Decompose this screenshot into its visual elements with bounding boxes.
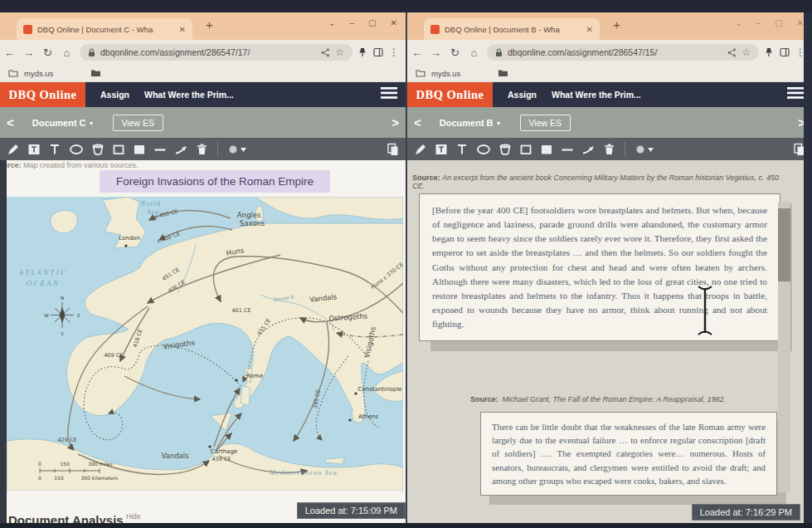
bookmark-label[interactable]: myds.us <box>24 69 53 78</box>
rectangle-tool-icon[interactable] <box>112 143 125 156</box>
trash-tool-icon[interactable] <box>196 143 208 156</box>
home-button[interactable]: ⌂ <box>57 46 76 59</box>
side-panel-icon[interactable] <box>780 47 790 57</box>
textbox-tool-icon[interactable] <box>435 143 448 156</box>
ellipse-tool-icon[interactable] <box>69 143 84 156</box>
excerpt2-text-box[interactable]: There can be little doubt that the weakn… <box>480 412 777 496</box>
window-maximize-button[interactable]: ▢ <box>368 18 376 27</box>
nav-assign[interactable]: Assign <box>100 90 129 100</box>
text-tool-icon[interactable] <box>455 143 469 156</box>
document-selector[interactable]: Document B ▼ <box>440 118 502 128</box>
bookmark-star-icon[interactable]: ☆ <box>335 46 344 58</box>
forward-button[interactable]: → <box>19 46 38 59</box>
map-scale-label: 300 kilometers <box>80 475 118 481</box>
window-minimize-button[interactable]: – <box>756 18 761 27</box>
map-label: 439 CE <box>212 456 231 462</box>
fill-bucket-tool-icon[interactable] <box>91 143 105 156</box>
filled-rectangle-tool-icon[interactable] <box>133 143 146 156</box>
trash-tool-icon[interactable] <box>603 143 615 156</box>
lock-icon <box>495 48 503 57</box>
arrow-tool-icon[interactable] <box>581 143 596 156</box>
shape-style-dropdown[interactable] <box>227 143 249 156</box>
window-maximize-button[interactable]: ▢ <box>775 18 782 27</box>
hide-link[interactable]: Hide <box>126 512 140 521</box>
reload-button[interactable]: ↻ <box>38 46 57 59</box>
back-button[interactable]: ← <box>0 46 19 59</box>
view-es-button[interactable]: View ES <box>113 115 164 131</box>
dbq-online-logo[interactable]: DBQ Online <box>0 82 85 107</box>
pencil-tool-icon[interactable] <box>7 143 20 156</box>
reload-button[interactable]: ↻ <box>445 46 464 59</box>
new-tab-button[interactable]: + <box>613 17 620 32</box>
textbox-tool-icon[interactable] <box>27 143 41 156</box>
copy-pages-icon[interactable] <box>387 143 399 156</box>
loaded-timestamp-badge: Loaded at: 7:16:29 PM <box>692 504 800 521</box>
bookmark-folder-icon[interactable] <box>8 69 18 77</box>
document-selector[interactable]: Document C ▼ <box>32 118 95 128</box>
ellipse-tool-icon[interactable] <box>476 143 491 156</box>
nav-assignment-title[interactable]: What Were the Prim... <box>552 90 641 100</box>
line-tool-icon[interactable] <box>153 143 167 156</box>
browser-tab[interactable]: DBQ Online | Document C - Wha ✕ <box>17 18 192 40</box>
arrow-tool-icon[interactable] <box>174 143 188 156</box>
bookmark-folder-filled-icon[interactable] <box>498 69 508 77</box>
prev-document-button[interactable]: < <box>407 115 428 130</box>
address-bar[interactable]: dbqonline.com/assignment/286547/15/ ☆ <box>487 44 759 61</box>
hamburger-menu-icon[interactable] <box>381 87 397 102</box>
map-scale-label: 0 <box>38 461 41 467</box>
fill-bucket-tool-icon[interactable] <box>498 143 512 156</box>
tab-close-icon[interactable]: ✕ <box>586 25 593 34</box>
map-label: ATLANTIC <box>18 268 67 276</box>
shape-style-dropdown[interactable] <box>635 143 656 156</box>
document-analysis-heading[interactable]: Document Analysis <box>8 513 124 523</box>
invasions-map[interactable]: NorthSeaATLANTICOCEANMediterranean SeaDa… <box>7 197 403 491</box>
menu-kebab-icon[interactable]: ⋮ <box>389 46 399 58</box>
new-tab-button[interactable]: + <box>206 17 213 32</box>
forward-button[interactable]: → <box>426 46 445 59</box>
content-scrollbar[interactable] <box>778 202 790 492</box>
view-es-button[interactable]: View ES <box>520 115 571 131</box>
dbq-online-logo[interactable]: DBQ Online <box>407 82 493 107</box>
pencil-tool-icon[interactable] <box>414 143 427 156</box>
annotation-toolbar <box>0 138 406 160</box>
tab-strip: DBQ Online | Document C - Wha ✕ + ⌄ – ▢ … <box>0 12 406 40</box>
scrollbar-thumb[interactable] <box>778 208 790 281</box>
bookmark-folder-filled-icon[interactable] <box>90 69 101 77</box>
bookmark-label[interactable]: myds.us <box>431 69 460 78</box>
home-button[interactable]: ⌂ <box>464 46 484 59</box>
browser-window-left: DBQ Online | Document C - Wha ✕ + ⌄ – ▢ … <box>0 12 406 523</box>
map-label: Athens <box>358 413 379 420</box>
bookmark-star-icon[interactable]: ☆ <box>741 46 751 58</box>
window-close-button[interactable]: ✕ <box>391 18 397 27</box>
side-panel-icon[interactable] <box>373 47 383 57</box>
window-close-button[interactable]: ✕ <box>797 18 804 27</box>
browser-tab[interactable]: DBQ Online | Document B - Wha ✕ <box>424 18 600 40</box>
hamburger-menu-icon[interactable] <box>787 87 804 102</box>
screen-bezel-top <box>0 0 812 12</box>
annotation-toolbar <box>407 138 812 160</box>
nav-assignment-title[interactable]: What Were the Prim... <box>144 90 234 100</box>
rectangle-tool-icon[interactable] <box>519 143 532 156</box>
map-source-line: Source: Map created from various sources… <box>0 161 139 169</box>
filled-rectangle-tool-icon[interactable] <box>540 143 553 156</box>
extension-pin-icon[interactable] <box>764 47 774 57</box>
bookmark-folder-icon[interactable] <box>416 69 425 77</box>
map-label: Mediterranean Sea <box>269 469 338 477</box>
map-city-dot <box>235 379 237 381</box>
extension-pin-icon[interactable] <box>357 47 367 57</box>
nav-assign[interactable]: Assign <box>508 90 537 100</box>
share-icon[interactable] <box>727 48 737 57</box>
address-bar[interactable]: dbqonline.com/assignment/286547/17/ ☆ <box>80 44 353 61</box>
text-tool-icon[interactable] <box>48 143 61 156</box>
tab-close-icon[interactable]: ✕ <box>179 25 186 34</box>
next-document-button[interactable]: > <box>385 115 406 130</box>
prev-document-button[interactable]: < <box>0 115 21 130</box>
tab-title: DBQ Online | Document C - Wha <box>37 25 174 34</box>
share-icon[interactable] <box>321 48 330 57</box>
window-menu-icon[interactable]: ⌄ <box>328 18 335 27</box>
line-tool-icon[interactable] <box>561 143 574 156</box>
window-minimize-button[interactable]: – <box>350 18 355 27</box>
back-button[interactable]: ← <box>407 46 426 59</box>
window-menu-icon[interactable]: ⌄ <box>735 18 741 27</box>
excerpt1-text-box[interactable]: [Before the year 400 CE] footsoldiers wo… <box>419 193 780 341</box>
